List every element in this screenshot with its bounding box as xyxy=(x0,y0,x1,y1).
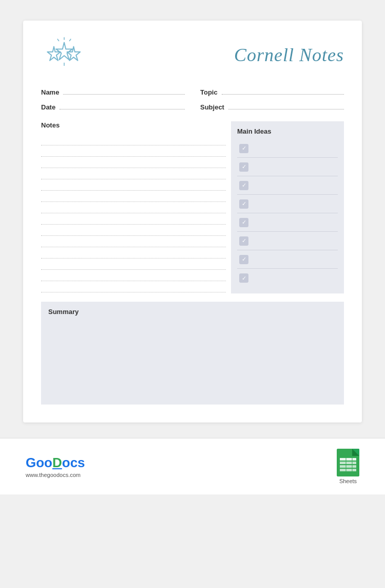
checkbox-icon[interactable]: ✓ xyxy=(239,144,248,153)
list-item[interactable]: ✓ xyxy=(237,139,338,158)
list-item[interactable]: ✓ xyxy=(237,269,338,287)
list-item[interactable]: ✓ xyxy=(237,195,338,213)
note-line[interactable] xyxy=(41,134,226,145)
stars-logo xyxy=(41,36,87,74)
note-line[interactable] xyxy=(41,259,226,270)
fields-row-2: Date Subject xyxy=(41,101,344,111)
note-line[interactable] xyxy=(41,270,226,281)
date-line[interactable] xyxy=(60,101,185,109)
list-item[interactable]: ✓ xyxy=(237,158,338,176)
checkbox-list: ✓ ✓ ✓ ✓ ✓ ✓ ✓ xyxy=(237,139,338,287)
subject-line[interactable] xyxy=(228,101,344,109)
gooddocs-logo: GooDocs xyxy=(26,455,85,471)
list-item[interactable]: ✓ xyxy=(237,232,338,250)
footer: GooDocs www.thegoodocs.com Sheets xyxy=(0,438,385,494)
page-title: Cornell Notes xyxy=(234,44,344,66)
checkbox-icon[interactable]: ✓ xyxy=(239,162,248,172)
note-line[interactable] xyxy=(41,168,226,179)
name-label: Name xyxy=(41,88,59,96)
svg-marker-2 xyxy=(56,43,72,60)
note-line[interactable] xyxy=(41,145,226,157)
sheets-icon-wrap: Sheets xyxy=(337,449,359,484)
date-label: Date xyxy=(41,103,55,111)
svg-rect-11 xyxy=(340,458,356,461)
notes-title: Notes xyxy=(41,121,226,129)
name-field: Name xyxy=(41,86,185,96)
footer-url: www.thegoodocs.com xyxy=(26,472,85,478)
notes-section: Notes xyxy=(41,121,231,293)
sheets-label: Sheets xyxy=(339,478,357,484)
checkbox-icon[interactable]: ✓ xyxy=(239,181,248,190)
svg-rect-14 xyxy=(340,469,356,471)
note-line[interactable] xyxy=(41,247,226,259)
note-line[interactable] xyxy=(41,213,226,225)
svg-rect-13 xyxy=(340,465,356,468)
note-line[interactable] xyxy=(41,191,226,202)
topic-line[interactable] xyxy=(222,86,344,95)
topic-field: Topic xyxy=(200,86,344,96)
name-line[interactable] xyxy=(63,86,185,95)
svg-line-4 xyxy=(69,39,70,41)
note-line[interactable] xyxy=(41,202,226,213)
note-line[interactable] xyxy=(41,157,226,168)
svg-rect-12 xyxy=(340,462,356,464)
note-line[interactable] xyxy=(41,225,226,236)
topic-label: Topic xyxy=(200,88,218,96)
main-ideas-title: Main Ideas xyxy=(237,127,338,135)
fields-section: Name Topic Date Subject xyxy=(41,86,344,111)
subject-field: Subject xyxy=(200,101,344,111)
summary-title: Summary xyxy=(48,308,337,316)
checkbox-icon[interactable]: ✓ xyxy=(239,273,248,283)
notes-lines[interactable] xyxy=(41,134,226,292)
fields-row-1: Name Topic xyxy=(41,86,344,96)
main-ideas-section: Main Ideas ✓ ✓ ✓ ✓ ✓ ✓ xyxy=(231,121,344,293)
summary-section[interactable]: Summary xyxy=(41,302,344,405)
checkbox-icon[interactable]: ✓ xyxy=(239,255,248,264)
list-item[interactable]: ✓ xyxy=(237,213,338,232)
note-line[interactable] xyxy=(41,179,226,191)
sheets-icon xyxy=(337,449,359,476)
cornell-notes-page: Cornell Notes Name Topic Date Subject xyxy=(23,21,362,422)
checkbox-icon[interactable]: ✓ xyxy=(239,199,248,209)
list-item[interactable]: ✓ xyxy=(237,176,338,195)
header: Cornell Notes xyxy=(41,36,344,74)
checkbox-icon[interactable]: ✓ xyxy=(239,236,248,246)
subject-label: Subject xyxy=(200,103,224,111)
checkbox-icon[interactable]: ✓ xyxy=(239,218,248,227)
svg-line-5 xyxy=(57,39,59,41)
note-line[interactable] xyxy=(41,236,226,247)
note-line[interactable] xyxy=(41,281,226,292)
footer-branding: GooDocs www.thegoodocs.com xyxy=(26,455,85,478)
list-item[interactable]: ✓ xyxy=(237,250,338,269)
content-area: Notes Main Ideas xyxy=(41,121,344,293)
date-field: Date xyxy=(41,101,185,111)
